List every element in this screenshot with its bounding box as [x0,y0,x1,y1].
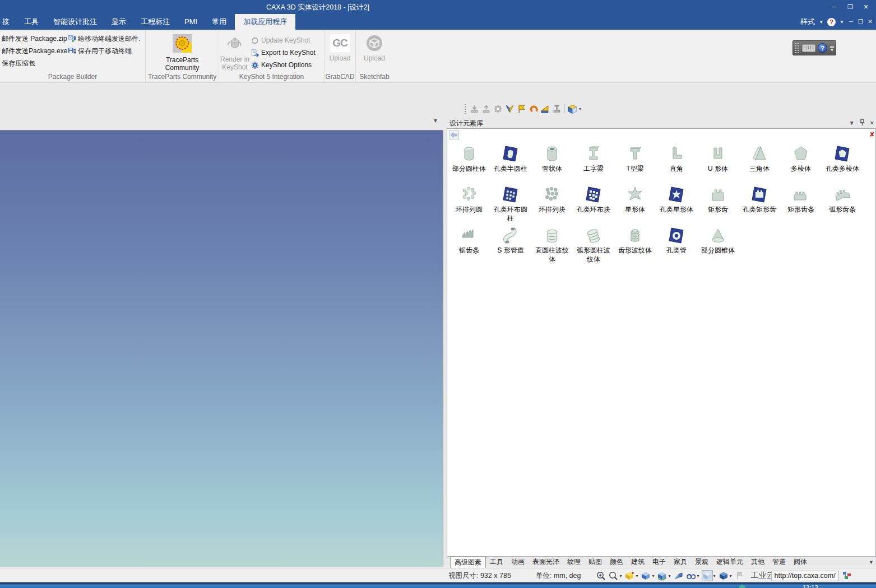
menu-item-6[interactable]: PMI [177,14,205,30]
menu-item-3[interactable]: 智能设计批注 [46,14,104,30]
hook-tool-icon[interactable] [527,103,539,114]
library-tab-4[interactable]: 表面光泽 [529,557,563,568]
display-cube-icon[interactable]: ▾ [702,570,717,581]
chevron-down-icon[interactable]: ▾ [730,573,732,578]
library-tab-7[interactable]: 颜色 [606,557,627,568]
library-item[interactable]: 齿形波纹体 [614,225,656,265]
library-tab-6[interactable]: 贴图 [585,557,606,568]
chevron-down-icon[interactable]: ▼ [433,118,438,124]
minimize-icon[interactable]: ─ [827,2,842,12]
clamp-tool-icon[interactable] [551,103,563,114]
doc-restore-icon[interactable]: ❐ [856,17,865,26]
doc-minimize-icon[interactable]: ─ [846,17,856,26]
library-item[interactable]: 孔类矩形齿 [739,184,780,225]
wedge-view-icon[interactable] [673,570,684,581]
material-cube-icon[interactable]: ▾ [718,570,733,581]
import-down-tool-icon[interactable] [469,103,480,114]
community-url-link[interactable]: http://top.caxa.com/ [771,571,839,581]
library-item[interactable]: 孔类环布块 [573,184,614,225]
back-button[interactable] [449,130,459,139]
library-tab-1[interactable]: 高级图素 [450,557,486,568]
restore-icon[interactable]: ❐ [842,2,858,12]
menu-item-5[interactable]: 工程标注 [133,14,177,30]
library-item[interactable]: 直圆柱波纹体 [531,225,573,265]
minimize-icon[interactable]: ▬ [830,44,834,48]
library-item[interactable]: 矩形齿 [697,184,739,225]
library-item[interactable]: 矩形齿条 [780,184,822,225]
chevron-down-icon[interactable]: ▾ [652,573,654,578]
view-cube-icon[interactable]: ▾ [640,570,655,581]
library-item[interactable]: 工字梁 [573,143,614,184]
tab-load-applications[interactable]: 加载应用程序 [235,14,295,30]
close-icon[interactable]: ✕ [870,120,874,127]
library-item[interactable]: 弧形齿条 [822,184,863,225]
chevron-down-icon[interactable]: ▼ [849,120,855,127]
chevron-down-icon[interactable]: ▾ [697,573,699,578]
library-item[interactable]: 部分圆锥体 [697,225,739,265]
library-item[interactable]: 直角 [656,143,697,184]
chevron-down-icon[interactable]: ▼ [869,559,874,565]
keyshot-options-button[interactable]: KeyShot Options [251,59,316,71]
package-builder-item[interactable]: 保存压缩包 [2,57,67,69]
gear-hand-tool-icon[interactable] [492,103,504,114]
wedge-tool-icon[interactable] [539,103,551,114]
library-tab-3[interactable]: 动画 [507,557,529,568]
windows-taskbar[interactable]: 13:13 [0,582,876,588]
flag-gray-icon[interactable] [734,570,745,581]
library-item[interactable]: S 形管道 [490,225,531,265]
import-up-tool-icon[interactable] [480,103,492,114]
shade-cube-icon[interactable]: ▾ [624,570,639,581]
library-item[interactable]: 管状体 [531,143,573,184]
taskbar-tray-icon[interactable] [739,585,745,588]
chevron-down-icon[interactable]: ▼ [830,48,834,52]
library-item[interactable]: 环排列块 [531,184,573,225]
grabcad-upload-button[interactable]: GC Upload [325,34,355,62]
chevron-down-icon[interactable]: ▼ [819,20,823,25]
chevron-down-icon[interactable]: ▾ [668,573,670,578]
pin-icon[interactable] [860,119,865,127]
menu-item-2[interactable]: 工具 [17,14,46,30]
close-icon[interactable]: ✕ [858,2,874,12]
export-to-keyshot-button[interactable]: Export to KeyShot [251,46,316,59]
library-item[interactable]: 三角体 [739,143,780,184]
library-item[interactable]: 孔类多棱体 [822,143,863,184]
site-nodes-icon[interactable] [842,571,851,580]
traceparts-community-button[interactable]: TraceParts Community [146,34,219,72]
library-item[interactable]: 环排列圆 [448,184,490,225]
library-item[interactable]: T型梁 [614,143,656,184]
library-tab-11[interactable]: 景观 [691,557,712,568]
menu-item-7[interactable]: 常用 [205,14,234,30]
library-tab-10[interactable]: 家具 [670,557,691,568]
library-item[interactable]: 弧形圆柱波纹体 [573,225,614,265]
library-item[interactable]: 部分圆柱体 [448,143,490,184]
package-builder-item[interactable]: 邮件发送 Package.zip [2,32,67,45]
library-tab-13[interactable]: 其他 [747,557,768,568]
style-dropdown[interactable]: 样式 [800,17,815,27]
chevron-down-icon[interactable]: ▾ [579,106,581,111]
chevron-down-icon[interactable]: ▼ [840,20,844,25]
vee-extrude-tool-icon[interactable] [504,103,516,114]
library-item[interactable]: 星形体 [614,184,656,225]
package-builder-item[interactable]: 邮件发送Package.exe [2,45,67,57]
library-tab-12[interactable]: 逻辑单元 [712,557,747,568]
orbit-cube-icon[interactable]: ▾ [656,570,671,581]
library-item[interactable]: U 形体 [697,143,739,184]
menu-item-4[interactable]: 显示 [104,14,133,30]
help-icon[interactable]: ? [818,43,827,53]
library-item[interactable]: 孔类管 [656,225,697,265]
library-item[interactable]: 孔类星形体 [656,184,697,225]
library-item[interactable]: 孔类半圆柱 [490,143,531,184]
chevron-down-icon[interactable]: ▾ [713,573,716,578]
zoom-in-icon[interactable] [595,570,606,581]
glasses-icon[interactable]: ▾ [685,570,701,581]
drag-handle[interactable] [464,104,467,114]
menu-item-1[interactable]: 接 [0,14,17,30]
library-tab-2[interactable]: 工具 [486,557,507,568]
flag-tool-icon[interactable] [516,103,527,114]
chevron-down-icon[interactable]: ▾ [619,573,622,578]
keyboard-icon[interactable] [802,44,815,52]
library-tab-5[interactable]: 纹理 [563,557,585,568]
cube-tool-icon[interactable] [567,103,578,114]
package-builder-item[interactable]: 保存用于移动终端 [67,45,143,57]
library-item[interactable]: 锯齿条 [448,225,490,265]
